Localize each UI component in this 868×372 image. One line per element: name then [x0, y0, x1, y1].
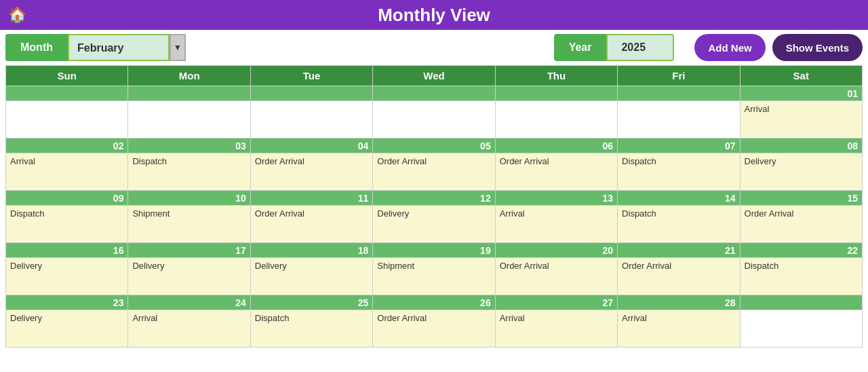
calendar-date-cell: 16 — [6, 243, 128, 258]
calendar-event-cell[interactable]: Shipment — [128, 206, 250, 243]
calendar-wrap: SunMonTueWedThuFriSat 01Arrival020304050… — [0, 65, 868, 353]
calendar-empty-cell — [373, 101, 495, 138]
calendar-date-empty — [128, 86, 250, 101]
calendar-day-header: Fri — [618, 66, 740, 86]
calendar-date-row: 16171819202122 — [6, 243, 863, 258]
calendar-table: SunMonTueWedThuFriSat 01Arrival020304050… — [5, 65, 863, 348]
toolbar: Month JanuaryFebruaryMarchAprilMayJuneJu… — [0, 30, 868, 65]
calendar-date-cell: 10 — [128, 191, 250, 206]
calendar-event-cell[interactable]: Delivery — [6, 310, 128, 348]
calendar-date-empty — [740, 295, 862, 310]
calendar-date-row: 09101112131415 — [6, 191, 863, 206]
calendar-event-cell[interactable]: Dispatch — [740, 258, 862, 295]
calendar-empty-cell — [250, 101, 372, 138]
year-value: 2025 — [606, 34, 674, 61]
calendar-day-header: Tue — [250, 66, 372, 86]
calendar-date-empty — [250, 86, 372, 101]
calendar-date-cell: 19 — [373, 243, 495, 258]
calendar-date-cell: 27 — [495, 295, 617, 310]
calendar-day-header: Wed — [373, 66, 495, 86]
month-dropdown-arrow[interactable]: ▼ — [170, 34, 186, 61]
calendar-date-cell: 15 — [740, 191, 862, 206]
add-new-button[interactable]: Add New — [694, 34, 765, 61]
calendar-event-cell[interactable]: Arrival — [495, 310, 617, 348]
home-icon[interactable]: 🏠 — [8, 6, 26, 24]
calendar-event-cell[interactable]: Dispatch — [618, 206, 740, 243]
calendar-event-cell[interactable]: Dispatch — [128, 153, 250, 191]
calendar-header-row: SunMonTueWedThuFriSat — [6, 66, 863, 86]
calendar-empty-cell — [618, 101, 740, 138]
calendar-empty-cell — [128, 101, 250, 138]
calendar-day-header: Mon — [128, 66, 250, 86]
calendar-date-cell: 05 — [373, 138, 495, 153]
calendar-date-row: 232425262728 — [6, 295, 863, 310]
calendar-date-cell: 02 — [6, 138, 128, 153]
calendar-date-cell: 26 — [373, 295, 495, 310]
calendar-event-cell[interactable]: Order Arrival — [250, 206, 372, 243]
calendar-event-cell[interactable]: Order Arrival — [250, 153, 372, 191]
calendar-date-cell: 24 — [128, 295, 250, 310]
calendar-date-empty — [373, 86, 495, 101]
calendar-date-cell: 20 — [495, 243, 617, 258]
calendar-event-cell[interactable]: Dispatch — [250, 310, 372, 348]
calendar-date-cell: 01 — [740, 86, 862, 101]
calendar-event-cell[interactable]: Arrival — [495, 206, 617, 243]
calendar-date-cell: 22 — [740, 243, 862, 258]
calendar-event-cell[interactable]: Arrival — [740, 101, 862, 138]
calendar-date-cell: 17 — [128, 243, 250, 258]
calendar-event-cell[interactable]: Shipment — [373, 258, 495, 295]
month-label-btn[interactable]: Month — [5, 34, 68, 61]
calendar-event-cell[interactable]: Order Arrival — [618, 258, 740, 295]
calendar-date-cell: 28 — [618, 295, 740, 310]
calendar-date-cell: 07 — [618, 138, 740, 153]
calendar-event-cell[interactable]: Arrival — [128, 310, 250, 348]
calendar-date-empty — [495, 86, 617, 101]
calendar-day-header: Sat — [740, 66, 862, 86]
calendar-event-cell[interactable]: Arrival — [618, 310, 740, 348]
calendar-event-cell[interactable]: Delivery — [128, 258, 250, 295]
year-label: Year — [554, 34, 607, 61]
calendar-event-row: DispatchShipmentOrder ArrivalDeliveryArr… — [6, 206, 863, 243]
calendar-event-cell[interactable]: Delivery — [6, 258, 128, 295]
calendar-event-cell[interactable]: Order Arrival — [495, 258, 617, 295]
month-select[interactable]: JanuaryFebruaryMarchAprilMayJuneJulyAugu… — [68, 34, 170, 61]
calendar-event-cell[interactable]: Delivery — [373, 206, 495, 243]
calendar-event-row: DeliveryDeliveryDeliveryShipmentOrder Ar… — [6, 258, 863, 295]
calendar-date-cell: 06 — [495, 138, 617, 153]
calendar-event-cell[interactable]: Dispatch — [618, 153, 740, 191]
calendar-event-cell[interactable]: Order Arrival — [373, 153, 495, 191]
calendar-event-cell[interactable]: Order Arrival — [373, 310, 495, 348]
calendar-event-cell[interactable]: Delivery — [740, 153, 862, 191]
calendar-date-cell: 12 — [373, 191, 495, 206]
calendar-date-cell: 03 — [128, 138, 250, 153]
calendar-day-header: Thu — [495, 66, 617, 86]
calendar-date-empty — [6, 86, 128, 101]
calendar-event-cell[interactable]: Arrival — [6, 153, 128, 191]
calendar-date-cell: 14 — [618, 191, 740, 206]
calendar-event-cell[interactable]: Dispatch — [6, 206, 128, 243]
calendar-event-row: Arrival — [6, 101, 863, 138]
show-events-button[interactable]: Show Events — [772, 34, 863, 61]
calendar-date-cell: 08 — [740, 138, 862, 153]
calendar-empty-cell — [495, 101, 617, 138]
calendar-event-cell[interactable]: Delivery — [250, 258, 372, 295]
calendar-event-cell[interactable]: Order Arrival — [740, 206, 862, 243]
calendar-date-cell: 21 — [618, 243, 740, 258]
calendar-date-cell: 18 — [250, 243, 372, 258]
calendar-date-row: 01 — [6, 86, 863, 101]
calendar-date-cell: 13 — [495, 191, 617, 206]
calendar-date-cell: 11 — [250, 191, 372, 206]
calendar-empty-cell — [740, 310, 862, 348]
calendar-date-cell: 23 — [6, 295, 128, 310]
calendar-date-cell: 04 — [250, 138, 372, 153]
calendar-date-cell: 25 — [250, 295, 372, 310]
month-select-wrap: JanuaryFebruaryMarchAprilMayJuneJulyAugu… — [68, 34, 186, 61]
calendar-empty-cell — [6, 101, 128, 138]
calendar-event-cell[interactable]: Order Arrival — [495, 153, 617, 191]
calendar-event-row: ArrivalDispatchOrder ArrivalOrder Arriva… — [6, 153, 863, 191]
calendar-date-cell: 09 — [6, 191, 128, 206]
calendar-event-row: DeliveryArrivalDispatchOrder ArrivalArri… — [6, 310, 863, 348]
page-title: Monthly View — [378, 5, 490, 26]
calendar-date-row: 02030405060708 — [6, 138, 863, 153]
calendar-date-empty — [618, 86, 740, 101]
